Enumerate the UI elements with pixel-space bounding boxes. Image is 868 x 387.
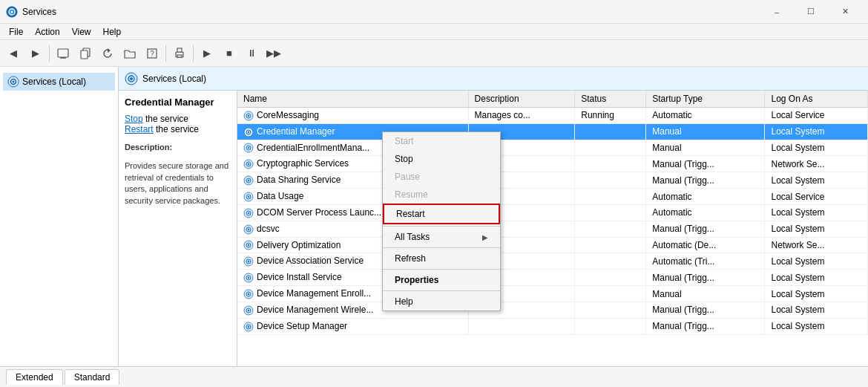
context-menu-item-properties[interactable]: Properties: [383, 271, 500, 289]
toolbar-stop[interactable]: ■: [219, 43, 240, 64]
table-row[interactable]: Cryptographic ServicesManual (Trigg...Ne…: [237, 156, 868, 172]
toolbar: ◀ ▶ ? ▶ ■ ⏸ ▶▶: [0, 40, 868, 67]
svg-point-55: [248, 293, 249, 295]
context-menu-item-label: Start: [395, 136, 413, 146]
toolbar-refresh[interactable]: [97, 43, 118, 64]
table-row[interactable]: Delivery OptimizationAutomatic (De...Net…: [237, 237, 868, 253]
menu-action[interactable]: Action: [29, 25, 65, 39]
table-row[interactable]: Data Sharing ServiceManual (Trigg...Loca…: [237, 172, 868, 189]
cell-status: [575, 237, 646, 253]
cell-status: [575, 140, 646, 156]
table-row[interactable]: CredentialEnrollmentMana...ManualLocal S…: [237, 140, 868, 156]
cell-startup: Automatic: [646, 108, 765, 124]
svg-point-16: [13, 81, 15, 83]
toolbar-forward[interactable]: ▶: [25, 43, 46, 64]
toolbar-pause[interactable]: ⏸: [241, 43, 262, 64]
restart-service-link[interactable]: Restart: [125, 124, 154, 134]
minimize-button[interactable]: –: [760, 0, 794, 24]
svg-point-19: [130, 77, 133, 80]
context-menu-item-help[interactable]: Help: [383, 293, 500, 310]
tab-standard[interactable]: Standard: [65, 369, 120, 385]
cell-status: [575, 189, 646, 205]
stop-service-link[interactable]: Stop: [125, 114, 143, 124]
tab-extended[interactable]: Extended: [6, 369, 63, 385]
cell-status: [575, 172, 646, 189]
col-logon: Log On As: [765, 91, 868, 108]
cell-status: [575, 302, 646, 318]
context-menu-item-label: Restart: [396, 209, 425, 219]
table-row[interactable]: DCOM Server Process Launc...AutomaticLoc…: [237, 204, 868, 221]
app-icon: [6, 6, 18, 18]
svg-point-52: [248, 277, 249, 279]
svg-point-40: [248, 212, 249, 214]
menu-file[interactable]: File: [3, 25, 29, 39]
svg-text:?: ?: [150, 50, 154, 58]
menu-help[interactable]: Help: [97, 25, 128, 39]
col-description: Description: [468, 91, 575, 108]
toolbar-help[interactable]: ?: [142, 43, 162, 64]
context-menu-item-refresh[interactable]: Refresh: [383, 250, 500, 267]
toolbar-play[interactable]: ▶: [197, 43, 217, 64]
description-header: Description:: [125, 142, 231, 153]
context-menu-item-label: Refresh: [395, 253, 426, 264]
menu-view[interactable]: View: [66, 25, 97, 39]
cell-startup: Manual: [646, 140, 765, 156]
table-area[interactable]: Name Description Status Startup Type Log…: [237, 91, 868, 366]
cell-logon: Local Service: [765, 108, 868, 124]
cell-status: [575, 123, 646, 140]
cell-startup: Manual: [646, 123, 765, 140]
toolbar-back[interactable]: ◀: [3, 43, 24, 64]
table-row[interactable]: Device Management Enroll...ManualLocal S…: [237, 286, 868, 302]
col-startup: Startup Type: [646, 91, 765, 108]
table-row[interactable]: Device Setup ManagerManual (Trigg...Loca…: [237, 318, 868, 334]
cell-logon: Local System: [765, 286, 868, 302]
cell-startup: Automatic: [646, 189, 765, 205]
svg-point-46: [248, 244, 249, 246]
toolbar-open[interactable]: [119, 43, 140, 64]
toolbar-copy[interactable]: [75, 43, 96, 64]
table-row[interactable]: Data UsageAutomaticLocal Service: [237, 189, 868, 205]
status-bar: Extended Standard: [0, 366, 868, 387]
table-row[interactable]: CoreMessagingManages co...RunningAutomat…: [237, 108, 868, 124]
toolbar-console[interactable]: [53, 43, 73, 64]
col-status: Status: [575, 91, 646, 108]
context-menu-item-label: Pause: [395, 172, 420, 182]
services-tbody: CoreMessagingManages co...RunningAutomat…: [237, 108, 868, 335]
table-row[interactable]: Credential ManagerManualLocal System: [237, 123, 868, 140]
cell-status: [575, 156, 646, 172]
stop-service-line: Stop the service: [125, 114, 231, 124]
table-row[interactable]: Device Association ServiceAutomatic (Tri…: [237, 253, 868, 270]
cell-logon: Local System: [765, 172, 868, 189]
cell-logon: Local System: [765, 253, 868, 270]
cell-startup: Manual (Trigg...: [646, 318, 765, 334]
context-menu-item-all-tasks[interactable]: All Tasks▶: [383, 228, 500, 246]
context-menu-item-label: Properties: [395, 275, 438, 285]
toolbar-sep-3: [193, 45, 194, 62]
restart-service-line: Restart the service: [125, 124, 231, 134]
toolbar-sep-2: [165, 45, 166, 62]
table-row[interactable]: Device Management Wirele...Manual (Trigg…: [237, 302, 868, 318]
cell-startup: Manual (Trigg...: [646, 156, 765, 172]
close-button[interactable]: ✕: [828, 0, 862, 24]
svg-point-58: [248, 310, 249, 311]
svg-point-31: [248, 163, 249, 165]
table-row[interactable]: Device Install ServiceManual (Trigg...Lo…: [237, 270, 868, 286]
toolbar-restart[interactable]: ▶▶: [263, 43, 284, 64]
content-area: Services (Local) Credential Manager Stop…: [119, 67, 868, 366]
col-name: Name: [237, 91, 468, 108]
maximize-button[interactable]: ☐: [794, 0, 828, 24]
context-menu-item-stop[interactable]: Stop: [383, 150, 500, 168]
context-menu-item-resume: Resume: [383, 186, 500, 204]
table-row[interactable]: dcsvcManual (Trigg...Local System: [237, 221, 868, 237]
toolbar-sep-1: [49, 45, 50, 62]
svg-rect-3: [58, 49, 68, 57]
sidebar: Services (Local): [0, 67, 119, 366]
split-view: Credential Manager Stop the service Rest…: [119, 91, 868, 366]
cell-status: Running: [575, 108, 646, 124]
context-menu-item-restart[interactable]: Restart: [383, 204, 500, 224]
cell-status: [575, 253, 646, 270]
cell-status: [575, 221, 646, 237]
toolbar-print[interactable]: [169, 43, 190, 64]
services-icon: [7, 76, 19, 88]
sidebar-item-services-local[interactable]: Services (Local): [3, 73, 115, 91]
